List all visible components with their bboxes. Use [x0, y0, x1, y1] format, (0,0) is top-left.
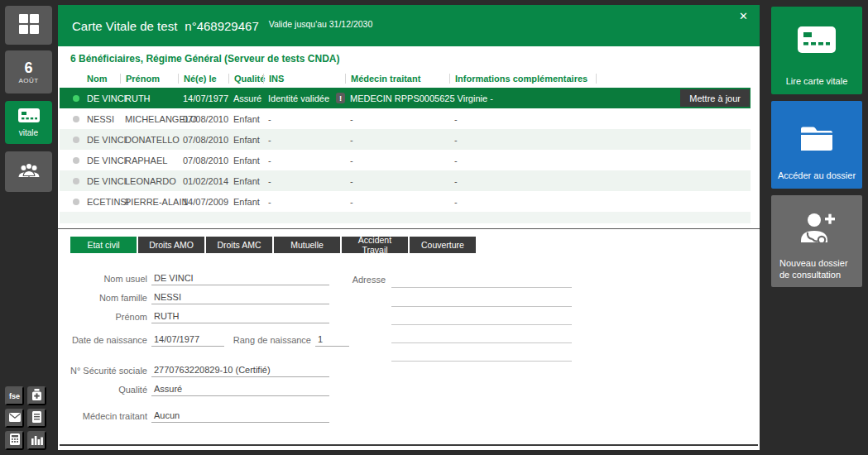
mail-icon — [9, 412, 21, 424]
numero-securite-sociale-field[interactable]: 2770763220829-10 (Certifié) — [151, 365, 329, 377]
tab-mutuelle[interactable]: Mutuelle — [274, 237, 340, 253]
calculator-icon — [10, 433, 20, 448]
clipboard-button[interactable] — [27, 409, 46, 428]
column-header-infos: Informations complémentaires — [449, 74, 751, 84]
panel-bottom-line — [60, 444, 758, 446]
column-header-ne-le: Né(e) le — [178, 74, 228, 84]
beneficiaries-subtitle: 6 Bénéficiaires, Régime Général (Serveur… — [70, 53, 339, 65]
column-header-ins: INS — [263, 74, 345, 84]
carte-vitale-dialog: Carte Vitale de test n°468929467 Valide … — [58, 5, 760, 450]
statistics-button[interactable] — [27, 431, 46, 450]
beneficiaries-table: Nom Prénom Né(e) le Qualité INS Médecin … — [60, 69, 751, 223]
rang-naissance-field[interactable]: 1 — [315, 334, 349, 347]
table-empty-band — [60, 212, 751, 223]
application-window: 6 AOÛT vitale fse — [0, 0, 868, 455]
field-label: Qualité — [65, 385, 147, 396]
table-row-beneficiary[interactable]: ECETINSI PIERRE-ALAIN 14/07/2009 Enfant … — [60, 191, 751, 212]
beneficiary-status-dot — [73, 178, 79, 184]
sidebar-item-apps[interactable] — [5, 6, 52, 45]
ins-warning-badge: ! — [336, 93, 345, 103]
mail-button[interactable] — [5, 409, 24, 428]
clipboard-icon — [32, 411, 41, 425]
action-label: Accéder au dossier — [771, 170, 862, 180]
field-label: N° Sécurité sociale — [65, 366, 147, 377]
adresse-line-field[interactable] — [391, 306, 572, 307]
action-label: Lire carte vitale — [771, 76, 862, 86]
update-button[interactable]: Mettre à jour — [680, 89, 750, 107]
nom-usuel-field[interactable]: DE VINCI — [151, 273, 329, 285]
adresse-line-field[interactable] — [391, 342, 572, 343]
nouveau-dossier-consultation-button[interactable]: Nouveau dossier de consultation — [771, 195, 862, 287]
folder-open-icon — [771, 121, 862, 154]
field-label: Adresse — [328, 275, 386, 285]
field-label: Médecin traitant — [65, 411, 147, 423]
beneficiary-status-dot — [73, 95, 79, 102]
detail-tabs: Etat civil Droits AMO Droits AMC Mutuell… — [70, 237, 476, 253]
dialog-header: Carte Vitale de test n°468929467 Valide … — [58, 5, 760, 46]
tab-droits-amo[interactable]: Droits AMO — [138, 237, 204, 253]
tab-droits-amc[interactable]: Droits AMC — [206, 237, 272, 253]
field-label: Nom usuel — [65, 274, 147, 285]
table-row-beneficiary[interactable]: DE VINCI RUTH 14/07/1977 Assuré Identité… — [60, 88, 751, 108]
table-row-beneficiary[interactable]: NESSI MICHELANGELO 07/08/2010 Enfant - -… — [60, 108, 751, 129]
nom-famille-field[interactable]: NESSI — [151, 292, 329, 304]
column-header-prenom: Prénom — [120, 74, 178, 84]
tab-couverture[interactable]: Couverture — [410, 237, 476, 253]
calculator-button[interactable] — [5, 431, 24, 450]
vitale-card-icon — [771, 26, 862, 53]
column-header-medecin: Médecin traitant — [345, 74, 449, 84]
medicine-box-icon — [31, 389, 42, 403]
qualite-field[interactable]: Assuré — [151, 384, 329, 396]
lire-carte-vitale-button[interactable]: Lire carte vitale — [771, 7, 862, 94]
table-row-beneficiary[interactable]: DE VINCI LEONARDO 01/02/2014 Enfant - - … — [60, 170, 751, 191]
date-naissance-field[interactable]: 14/07/1977 — [151, 334, 224, 347]
card-validity: Valide jusqu'au 31/12/2030 — [269, 19, 373, 29]
medecin-traitant-field[interactable]: Aucun — [151, 410, 329, 423]
table-row-beneficiary[interactable]: DE VINCI DONATELLO 07/08/2010 Enfant - -… — [60, 129, 751, 150]
agenda-day: 6 — [24, 60, 32, 75]
dialog-title: Carte Vitale de test — [72, 19, 177, 33]
vitale-tile-label: vitale — [19, 128, 38, 137]
adresse-line-field[interactable] — [391, 287, 572, 288]
apps-grid-icon — [18, 13, 40, 38]
adresse-line-field[interactable] — [391, 324, 572, 325]
close-icon[interactable]: ✕ — [739, 11, 748, 22]
tab-etat-civil[interactable]: Etat civil — [70, 237, 137, 253]
field-label: Date de naissance — [65, 335, 147, 347]
adresse-line-field[interactable] — [391, 361, 572, 362]
fse-button[interactable]: fse — [5, 386, 24, 405]
table-row-beneficiary[interactable]: DE VINCI RAPHAEL 07/08/2010 Enfant - - - — [60, 150, 751, 170]
patients-group-icon — [17, 161, 41, 183]
agenda-month: AOÛT — [18, 77, 38, 84]
beneficiary-status-dot — [73, 199, 79, 205]
table-header-row: Nom Prénom Né(e) le Qualité INS Médecin … — [60, 69, 751, 88]
field-label: Nom famille — [65, 293, 147, 304]
tab-accident-travail[interactable]: Accident Travail — [342, 237, 408, 253]
field-label: Prénom — [65, 312, 147, 323]
prenom-field[interactable]: RUTH — [151, 311, 329, 323]
beneficiary-status-dot — [73, 116, 79, 122]
beneficiary-status-dot — [73, 157, 79, 164]
fse-button-label: fse — [9, 392, 20, 400]
sidebar-item-agenda[interactable]: 6 AOÛT — [5, 50, 52, 93]
card-number: n°468929467 — [185, 19, 258, 33]
column-header-qualite: Qualité — [228, 74, 263, 84]
sidebar-item-vitale[interactable]: vitale — [5, 101, 52, 144]
etat-civil-form: Nom usuel DE VINCI Nom famille NESSI Pré… — [65, 266, 349, 423]
beneficiary-status-dot — [73, 136, 79, 143]
vitale-card-icon — [18, 108, 40, 126]
column-header-nom: Nom — [82, 74, 120, 84]
section-divider — [58, 228, 760, 229]
sidebar-item-patients[interactable] — [5, 151, 52, 192]
field-label: Rang de naissance — [233, 335, 311, 347]
new-consultation-patient-icon — [771, 210, 862, 250]
bar-chart-icon — [31, 434, 43, 448]
medicine-button[interactable] — [27, 386, 46, 405]
action-label-line1: Nouveau dossier — [779, 258, 848, 268]
action-label-line2: de consultation — [779, 270, 841, 280]
acceder-au-dossier-button[interactable]: Accéder au dossier — [771, 101, 862, 189]
